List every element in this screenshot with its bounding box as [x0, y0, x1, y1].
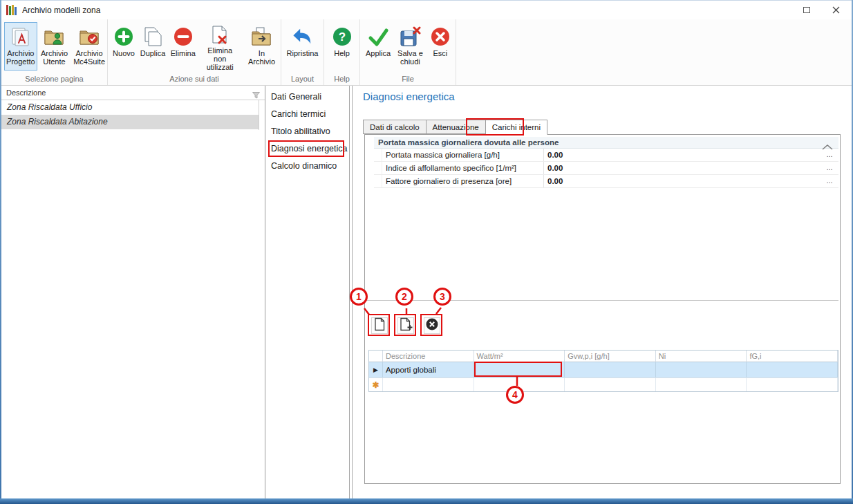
ribbon-group-label: File — [360, 75, 456, 83]
property-row: Fattore giornaliero di presenza [ore] 0.… — [374, 175, 838, 188]
elimina-non-utilizzati-button[interactable]: Elimina non utilizzati — [199, 22, 241, 71]
ribbon-group-label: Selezione pagina — [1, 75, 107, 83]
cell-descrizione[interactable] — [383, 377, 474, 391]
archive-mc4suite-icon — [79, 25, 100, 48]
tab-content: Portata massica giornaliera dovuta alle … — [364, 134, 841, 484]
archivio-utente-button[interactable]: Archivio Utente — [39, 22, 70, 71]
maximize-button[interactable] — [792, 1, 821, 19]
archive-project-icon — [11, 25, 30, 48]
window-bottom-edge — [0, 498, 853, 504]
property-row: Portata massica giornaliera [g/h] 0.00 .… — [374, 149, 838, 162]
ripristina-button[interactable]: Ripristina — [284, 22, 321, 71]
maximize-icon — [803, 7, 810, 13]
button-label: Help — [334, 49, 350, 57]
elimina-button[interactable]: Elimina — [169, 22, 197, 71]
new-row-indicator-icon: ✱ — [369, 377, 383, 391]
tab-attenuazione[interactable]: Attenuazione — [426, 120, 486, 134]
button-label: Elimina non utilizzati — [202, 46, 238, 71]
ribbon-group-file: Applica Salva e chiudi Esci File — [360, 19, 456, 85]
button-label: Duplica — [140, 49, 166, 57]
duplicate-icon — [143, 25, 162, 48]
tab-strip: Dati di calcolo Attenuazione Carichi int… — [363, 120, 547, 135]
cell-ni[interactable] — [656, 362, 747, 377]
zone-list-item-selected[interactable]: Zona Riscaldata Abitazione — [1, 115, 259, 129]
nuovo-button[interactable]: Nuovo — [111, 22, 137, 71]
window-title: Archivio modelli zona — [22, 6, 100, 15]
property-value-field[interactable]: 0.00 — [544, 175, 821, 187]
button-label: In Archivio — [245, 49, 278, 66]
zone-list-column-header[interactable]: Descrizione — [1, 86, 265, 100]
column-header-descrizione[interactable]: Descrizione — [383, 351, 474, 362]
cell-fgi[interactable] — [747, 362, 838, 377]
button-label: Esci — [433, 49, 447, 57]
property-label: Portata massica giornaliera [g/h] — [382, 149, 544, 161]
column-header-ni[interactable]: Ni — [656, 351, 747, 362]
ellipsis-button[interactable]: ... — [821, 162, 838, 174]
exit-icon — [430, 25, 451, 48]
ribbon-group-label: Layout — [281, 75, 324, 83]
archivio-mc4suite-button[interactable]: Archivio Mc4Suite — [71, 22, 107, 71]
to-archive-icon — [250, 25, 272, 48]
nav-item-titolo-abilitativo[interactable]: Titolo abilitativo — [266, 123, 348, 140]
cell-fgi[interactable] — [747, 377, 838, 391]
esci-button[interactable]: Esci — [427, 22, 453, 71]
new-icon — [113, 25, 134, 48]
archivio-progetto-button[interactable]: Archivio Progetto — [4, 22, 37, 71]
zone-list-item[interactable]: Zona Riscaldata Ufficio — [1, 100, 259, 115]
nav-item-carichi-termici[interactable]: Carichi termici — [266, 106, 348, 123]
nav-item-diagnosi-energetica[interactable]: Diagnosi energetica — [266, 140, 348, 158]
cell-descrizione[interactable]: Apporti globali — [383, 362, 474, 377]
grid-new-row-button[interactable] — [371, 317, 388, 334]
cell-gvw[interactable] — [565, 377, 656, 391]
property-value-field[interactable]: 0.00 — [544, 149, 821, 161]
chevron-up-icon[interactable] — [822, 140, 833, 153]
salva-e-chiudi-button[interactable]: Salva e chiudi — [395, 22, 426, 71]
tab-carichi-interni[interactable]: Carichi interni — [485, 120, 547, 135]
nav-item-dati-generali[interactable]: Dati Generali — [266, 88, 348, 106]
close-icon — [832, 6, 840, 14]
column-header-gvw[interactable]: Gvw,p,i [g/h] — [565, 351, 656, 362]
section-divider — [366, 300, 838, 301]
page-title: Diagnosi energetica — [363, 91, 455, 102]
column-header-fgi[interactable]: fG,i — [747, 351, 838, 362]
cell-gvw[interactable] — [565, 362, 656, 377]
row-indicator-header — [369, 351, 383, 362]
property-row: Indice di affollamento specifico [1/m²] … — [374, 162, 838, 175]
property-value-field[interactable]: 0.00 — [544, 162, 821, 174]
ellipsis-button[interactable]: ... — [821, 175, 838, 187]
ribbon-group-selezione-pagina: Archivio Progetto Archivio Utente Archiv… — [1, 19, 108, 85]
zone-list-panel: Descrizione Zona Riscaldata Ufficio Zona… — [1, 86, 265, 498]
cell-ni[interactable] — [656, 377, 747, 391]
cell-watt[interactable] — [474, 377, 565, 391]
table-row-selected[interactable]: ▶ Apporti globali — [369, 362, 838, 377]
property-label: Fattore giornaliero di presenza [ore] — [382, 175, 544, 187]
window-left-edge — [0, 0, 1, 504]
grid-delete-row-button[interactable] — [424, 317, 440, 334]
column-separator — [259, 100, 259, 130]
button-label: Salva e chiudi — [397, 49, 423, 66]
property-label: Indice di affollamento specifico [1/m²] — [382, 162, 544, 174]
page-nav-panel: Dati Generali Carichi termici Titolo abi… — [266, 86, 350, 498]
duplica-button[interactable]: Duplica — [138, 22, 167, 71]
cell-watt[interactable] — [474, 362, 565, 377]
nav-item-calcolo-dinamico[interactable]: Calcolo dinamico — [266, 158, 348, 175]
applica-button[interactable]: Applica — [363, 22, 393, 71]
new-document-icon — [373, 317, 386, 334]
help-button[interactable]: ? Help — [329, 22, 355, 71]
in-archivio-button[interactable]: In Archivio — [243, 22, 281, 71]
grid-add-row-button[interactable] — [397, 317, 414, 334]
property-row-gutter — [374, 149, 382, 161]
help-icon: ? — [332, 25, 353, 48]
app-icon — [6, 5, 17, 15]
delete-circle-icon — [425, 317, 439, 334]
ribbon-group-layout: Ripristina Layout — [281, 19, 324, 85]
titlebar: Archivio modelli zona — [1, 1, 852, 19]
property-group-header[interactable]: Portata massica giornaliera dovuta alle … — [374, 137, 838, 149]
close-button[interactable] — [821, 1, 850, 19]
ribbon-group-label: Help — [324, 75, 359, 83]
window-controls — [792, 1, 850, 19]
table-new-row[interactable]: ✱ — [369, 377, 838, 391]
column-header-watt[interactable]: Watt/m² — [474, 351, 565, 362]
svg-text:?: ? — [338, 30, 345, 44]
tab-dati-di-calcolo[interactable]: Dati di calcolo — [363, 120, 426, 134]
